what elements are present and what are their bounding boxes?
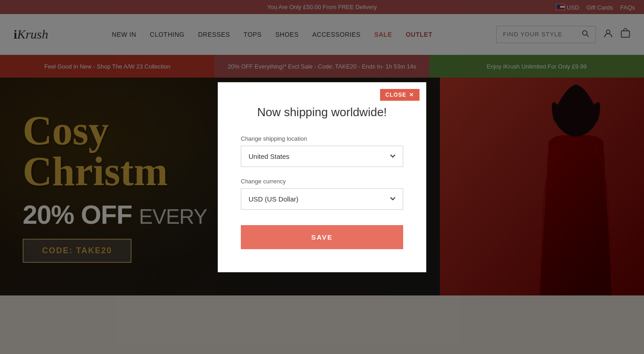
currency-select[interactable]: USD (US Dollar) GBP (British Pound) EUR … <box>241 188 403 210</box>
shipping-location-select[interactable]: United States United Kingdom Canada Aust… <box>241 146 403 167</box>
modal-overlay: CLOSE ✕ Now shipping worldwide! Change s… <box>0 0 644 354</box>
modal-title: Now shipping worldwide! <box>241 105 403 119</box>
currency-change-label: Change currency <box>241 178 403 185</box>
close-x-icon: ✕ <box>409 92 414 98</box>
modal-close-button[interactable]: CLOSE ✕ <box>380 89 420 101</box>
shipping-location-label: Change shipping location <box>241 135 403 142</box>
save-button[interactable]: SAVE <box>241 225 403 249</box>
shipping-modal: CLOSE ✕ Now shipping worldwide! Change s… <box>218 82 426 272</box>
